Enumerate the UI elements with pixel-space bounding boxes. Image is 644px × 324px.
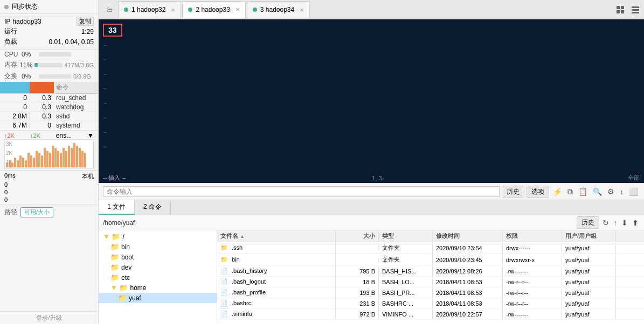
process-row[interactable]: 0 0.3 rcu_sched	[0, 94, 98, 103]
col-header-type[interactable]: 类型	[379, 230, 433, 242]
terminal-area[interactable]: 33 ~~~~~~~~ -- 插入 -- 1, 3 全部	[99, 19, 644, 183]
file-tab-ft2[interactable]: 2 命令	[135, 200, 171, 215]
mem-label: 内存	[4, 60, 17, 69]
chart-bar	[14, 158, 16, 167]
tilde: ~	[103, 41, 107, 49]
folder-tree-icon: 📁	[110, 263, 119, 271]
mem-stat-row: 内存 11% 417M/3.8G	[0, 59, 98, 71]
file-list-header: 文件名 ▲ 大小 类型 修改时间 权限 用户/用户组	[217, 230, 644, 242]
download-file-button[interactable]: ⬇	[620, 216, 629, 229]
file-tab-ft1[interactable]: 1 文件	[99, 200, 135, 215]
process-row[interactable]: 6.7M 0 systemd	[0, 121, 98, 130]
tab-close-t3[interactable]: ✕	[300, 7, 304, 13]
login-upgrade-link[interactable]: 登录/升级	[36, 314, 61, 322]
tree-item[interactable]: ▼ 📁 /	[99, 231, 217, 242]
path-label: 路径	[4, 208, 17, 217]
traffic-down: ↓2K	[30, 132, 40, 139]
sync-label: 同步状态	[12, 2, 38, 11]
tab-t2[interactable]: 2 hadoop33 ✕	[182, 1, 245, 18]
upload-button[interactable]: ↑	[612, 216, 618, 229]
tree-item-label: bin	[121, 243, 130, 251]
chart-bar	[79, 148, 81, 167]
chart-bar	[36, 151, 38, 168]
chart-bar	[60, 153, 62, 167]
sync-status-dot	[4, 5, 9, 9]
col-header-size[interactable]: 大小	[336, 230, 379, 242]
list-view-icon[interactable]	[629, 3, 642, 16]
col-header-user[interactable]: 用户/用户组	[562, 230, 616, 242]
svg-rect-5	[632, 9, 639, 11]
swap-pct: 0%	[22, 73, 37, 80]
file-icon: 📄	[220, 311, 228, 317]
col-header-name[interactable]: 文件名 ▲	[217, 230, 336, 242]
chart-bar	[76, 146, 78, 168]
file-list-row[interactable]: 📄 .viminfo 972 B VIMINFO ... 2020/09/10 …	[217, 309, 644, 320]
tree-item-label: /	[122, 233, 124, 241]
file-list-row[interactable]: 📄 .bash_logout 18 B BASH_LO... 2018/04/1…	[217, 277, 644, 287]
tree-item[interactable]: 📁 yuaf	[99, 293, 217, 303]
tab-close-t1[interactable]: ✕	[171, 7, 175, 13]
file-path: /home/yuaf	[103, 219, 572, 227]
file-list-row[interactable]: 📁 .ssh 文件夹 2020/09/10 23:54 drwx------ y…	[217, 242, 644, 254]
tab-t1[interactable]: 1 hadoop32 ✕	[118, 1, 181, 18]
upload2-button[interactable]: ⬆	[631, 216, 640, 229]
col-header-perm[interactable]: 权限	[503, 230, 562, 242]
chart-bar	[27, 153, 30, 167]
fullscreen-icon-button[interactable]: ⬜	[627, 187, 640, 196]
tilde: ~	[103, 128, 107, 136]
tab-t3[interactable]: 3 hadoop34 ✕	[247, 1, 310, 18]
grid-view-icon[interactable]	[614, 3, 627, 16]
proc-header-cmd: 命令	[54, 82, 98, 93]
file-list-row[interactable]: 📄 .bash_history 795 B BASH_HIS... 2020/0…	[217, 266, 644, 277]
latency-val2: 0	[4, 188, 94, 196]
col-header-mtime[interactable]: 修改时间	[433, 230, 503, 242]
tilde: ~	[103, 99, 107, 107]
file-list-row[interactable]: 📁 bin 文件夹 2020/09/10 23:45 drwxrwxr-x yu…	[217, 254, 644, 266]
folder-icon[interactable]: 🗁	[101, 1, 118, 18]
folder-tree-icon: ▼ 📁	[103, 233, 120, 241]
tab-bar: 🗁 1 hadoop32 ✕ 2 hadoop33 ✕ 3 hadoop34 ✕	[99, 0, 644, 19]
main-area: 🗁 1 hadoop32 ✕ 2 hadoop33 ✕ 3 hadoop34 ✕…	[99, 0, 644, 324]
file-browser: 1 文件2 命令 /home/yuaf 历史 ↻ ↑ ⬇ ⬆ ▼ 📁 /📁 bi…	[99, 200, 644, 324]
command-input[interactable]	[103, 186, 500, 197]
tab-close-t2[interactable]: ✕	[236, 6, 240, 12]
chart-bar	[73, 143, 75, 167]
copy-icon-button[interactable]: ⧉	[566, 187, 574, 196]
search-icon-button[interactable]: 🔍	[591, 187, 604, 196]
latency-v1: 0	[4, 181, 8, 188]
refresh-button[interactable]: ↻	[601, 216, 610, 229]
paste-icon-button[interactable]: 📋	[577, 187, 589, 196]
tree-item[interactable]: ▼ 📁 home	[99, 283, 217, 293]
load-value: 0.01, 0.04, 0.05	[49, 38, 94, 46]
copy-button[interactable]: 复制	[77, 17, 94, 26]
tree-item[interactable]: 📁 bin	[99, 242, 217, 252]
traffic-iface: ens...	[56, 132, 72, 139]
file-history-button[interactable]: 历史	[577, 216, 599, 229]
chart-bar	[49, 153, 51, 167]
file-list-row[interactable]: 📄 .bashrc 231 B BASHRC ... 2018/04/11 08…	[217, 298, 644, 309]
avail-button[interactable]: 可用/大小	[20, 207, 53, 217]
process-rows: 0 0.3 rcu_sched0 0.3 watchdog2.8M 0.3 ss…	[0, 94, 98, 130]
run-icon-button[interactable]: ⚡	[551, 187, 564, 196]
tree-item[interactable]: 📁 dev	[99, 262, 217, 272]
tree-item-label: boot	[121, 253, 134, 261]
history-button[interactable]: 历史	[502, 186, 524, 198]
process-row[interactable]: 2.8M 0.3 sshd	[0, 112, 98, 121]
chart-bar	[38, 153, 40, 167]
options-button[interactable]: 选项	[527, 186, 549, 198]
tilde: ~	[103, 114, 107, 122]
chart-bar	[52, 146, 54, 168]
file-list-row[interactable]: 📄 .bash_profile 193 B BASH_PR... 2018/04…	[217, 287, 644, 298]
file-toolbar: /home/yuaf 历史 ↻ ↑ ⬇ ⬆	[99, 215, 644, 230]
settings-icon-button[interactable]: ⚙	[606, 187, 616, 196]
tree-item[interactable]: 📁 boot	[99, 252, 217, 262]
command-bar: 历史 选项 ⚡ ⧉ 📋 🔍 ⚙ ↓ ⬜	[99, 183, 644, 200]
folder-tree-icon: 📁	[118, 294, 127, 302]
chart-bar	[57, 151, 59, 168]
tree-item[interactable]: 📁 etc	[99, 272, 217, 283]
process-row[interactable]: 0 0.3 watchdog	[0, 103, 98, 112]
download-icon-button[interactable]: ↓	[618, 187, 625, 196]
ip-row: IP hadoop33 复制	[4, 16, 94, 26]
chart-bar	[71, 148, 73, 167]
chart-bar	[81, 151, 84, 168]
